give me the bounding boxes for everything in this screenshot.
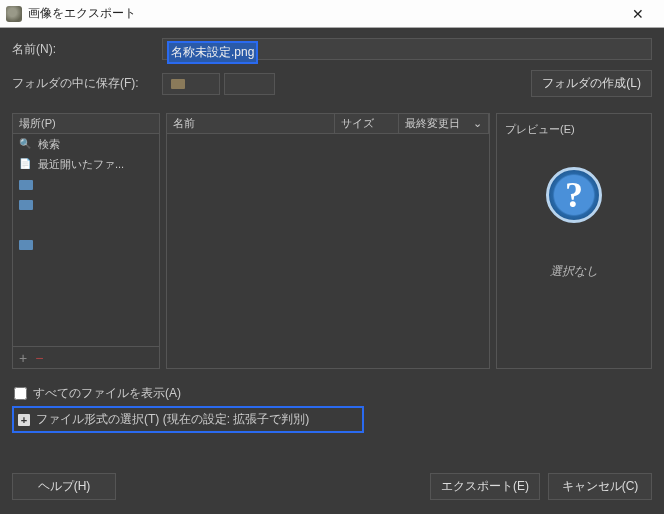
folder-icon [171,79,185,89]
file-type-label: ファイル形式の選択(T) (現在の設定: 拡張子で判別) [36,411,309,428]
question-mark-icon: ? [546,167,602,223]
preview-placeholder: 選択なし [505,263,643,280]
file-type-expander[interactable]: + ファイル形式の選択(T) (現在の設定: 拡張子で判別) [12,406,364,433]
chevron-down-icon [471,117,482,130]
file-list-body[interactable] [167,134,489,368]
help-button[interactable]: ヘルプ(H) [12,473,116,500]
search-icon [19,137,33,151]
places-item-search[interactable]: 検索 [13,134,159,154]
places-item[interactable] [13,254,159,274]
title-bar: 画像をエクスポート ✕ [0,0,664,28]
file-list-panel: 名前 サイズ 最終変更日 [166,113,490,369]
cancel-button[interactable]: キャンセル(C) [548,473,652,500]
places-header: 場所(P) [13,114,159,134]
column-name[interactable]: 名前 [167,114,335,133]
places-item[interactable] [13,214,159,234]
name-label: 名前(N): [12,41,162,58]
filename-value: 名称未設定.png [167,41,258,64]
column-size[interactable]: サイズ [335,114,399,133]
path-segment[interactable] [224,73,275,95]
show-all-files-row[interactable]: すべてのファイルを表示(A) [12,381,652,406]
folder-icon [19,240,33,250]
filename-input[interactable]: 名称未設定.png [162,38,652,60]
places-item-recent[interactable]: 最近開いたファ... [13,154,159,174]
preview-header: プレビュー(E) [505,122,643,137]
preview-panel: プレビュー(E) ? 選択なし [496,113,652,369]
show-all-checkbox[interactable] [14,387,27,400]
places-item[interactable] [13,174,159,194]
expand-icon: + [18,414,30,426]
export-button[interactable]: エクスポート(E) [430,473,540,500]
folder-icon [19,200,33,210]
app-icon [6,6,22,22]
close-icon[interactable]: ✕ [618,6,658,22]
places-list[interactable]: 検索 最近開いたファ... [13,134,159,346]
folder-label: フォルダの中に保存(F): [12,75,162,92]
places-panel: 場所(P) 検索 最近開いたファ... + − [12,113,160,369]
places-toolbar: + − [13,346,159,368]
path-breadcrumb [162,73,275,95]
remove-bookmark-icon[interactable]: − [35,351,43,365]
places-item[interactable] [13,234,159,254]
places-item[interactable] [13,194,159,214]
add-bookmark-icon[interactable]: + [19,351,27,365]
folder-icon [19,180,33,190]
file-list-header: 名前 サイズ 最終変更日 [167,114,489,134]
recent-icon [19,157,33,171]
column-date[interactable]: 最終変更日 [399,114,489,133]
window-title: 画像をエクスポート [28,5,618,22]
show-all-label: すべてのファイルを表示(A) [33,385,181,402]
create-folder-button[interactable]: フォルダの作成(L) [531,70,652,97]
path-segment[interactable] [162,73,220,95]
